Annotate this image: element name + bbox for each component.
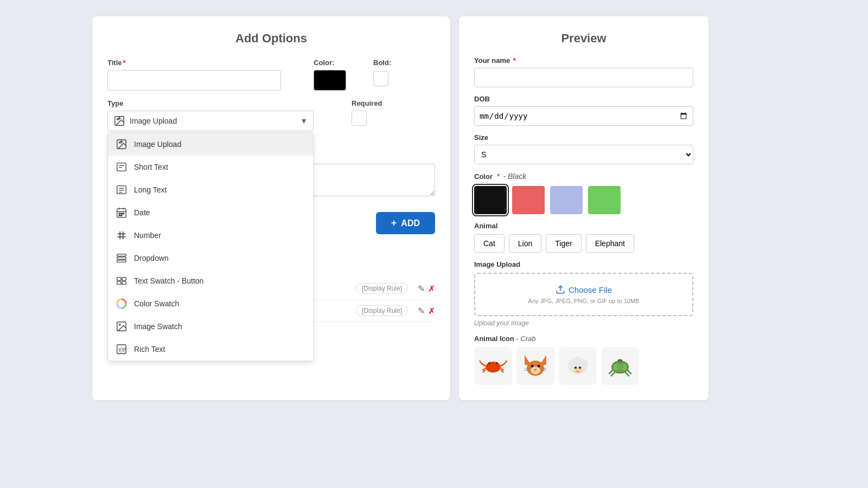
svg-rect-28 [122,278,126,280]
svg-rect-25 [117,257,126,259]
color-swatch-icon [116,298,127,310]
bold-checkbox[interactable] [373,71,388,86]
animal-btn-cat[interactable]: Cat [474,234,505,253]
svg-point-57 [534,369,537,371]
svg-point-33 [119,324,120,325]
short-text-icon [116,161,127,173]
dropdown-label-image-swatch: Image Swatch [134,322,182,331]
image-upload-icon [113,115,125,127]
type-dropdown-menu: Image Upload Short Text [107,132,314,361]
animal-icon-fox[interactable] [516,347,554,385]
title-input[interactable] [107,70,281,91]
main-container: Add Options Title* Color: Bold: Type [92,16,776,400]
dropdown-item-date[interactable]: Date [108,201,313,224]
color-swatch-red[interactable] [512,186,545,214]
image-upload-section-label: Image Upload [474,260,693,268]
svg-rect-17 [123,213,124,214]
crab-svg [477,350,509,382]
animal-icon-crab[interactable] [474,347,512,385]
svg-rect-19 [121,215,122,216]
svg-rect-27 [117,278,121,280]
animal-btn-elephant[interactable]: Elephant [586,234,634,253]
animal-btn-lion[interactable]: Lion [509,234,541,253]
fox-svg [519,350,552,382]
svg-point-63 [567,360,575,368]
svg-rect-30 [122,281,126,285]
type-label: Type [107,99,314,107]
delete-button-image-upload[interactable]: ✗ [428,306,435,316]
edit-button-image-upload[interactable]: ✎ [418,306,425,316]
your-name-input[interactable] [474,68,693,87]
svg-rect-4 [117,163,126,171]
dropdown-label-text-swatch: Text Swatch - Button [134,277,203,285]
type-dropdown-trigger[interactable]: Image Upload ▼ [107,111,314,131]
upload-icon [556,285,565,294]
type-dropdown-selected: Image Upload [130,117,177,125]
add-button-label: ADD [401,219,420,228]
size-select[interactable]: S M L XL [474,145,693,164]
svg-line-85 [628,370,631,374]
add-plus-icon: + [391,217,397,229]
dropdown-item-short-text[interactable]: Short Text [108,156,313,178]
text-swatch-icon [116,275,127,287]
sheep-svg [561,350,594,382]
svg-line-46 [505,361,507,363]
delete-button-animal[interactable]: ✗ [428,284,435,294]
animal-icon-sheep[interactable] [559,347,597,385]
color-swatch-blue[interactable] [550,186,583,214]
required-checkbox[interactable] [352,111,367,126]
dropdown-item-number[interactable]: Number [108,224,313,247]
animal-btn-tiger[interactable]: Tiger [546,234,581,253]
color-label-row: Color * - Black [474,172,693,181]
preview-title: Preview [474,31,693,46]
svg-point-65 [574,357,582,364]
your-name-label: Your name * [474,56,693,65]
svg-point-55 [531,365,534,368]
svg-rect-29 [117,281,121,285]
dob-input[interactable] [474,106,693,126]
image-upload-menu-icon [116,138,127,150]
dropdown-item-image-swatch[interactable]: Image Swatch [108,315,313,338]
color-required-star: * [497,172,500,181]
color-swatch-box[interactable] [314,70,346,91]
color-swatch-black[interactable] [474,186,507,214]
required-group: Required [352,99,382,126]
dropdown-label-short-text: Short Text [134,163,168,171]
add-button[interactable]: + ADD [376,212,435,234]
choose-file-button[interactable]: Choose File [556,285,612,294]
svg-line-83 [609,370,612,374]
edit-button-animal[interactable]: ✎ [418,284,425,294]
svg-point-80 [617,359,623,363]
display-rule-badge-animal: [Display Rule] [356,283,408,294]
dropdown-item-long-text[interactable]: Long Text [108,178,313,201]
type-group: Type Image Upload ▼ [107,99,314,131]
svg-point-64 [580,360,588,368]
left-panel: Add Options Title* Color: Bold: Type [92,16,450,400]
display-rule-badge-image-upload: [Display Rule] [356,305,408,316]
color-label: Color: [314,59,346,67]
svg-point-42 [496,363,498,364]
rich-text-icon: HTM </> [116,343,127,355]
image-upload-box: Choose File Any JPG, JPEG, PNG, or GIF u… [474,273,693,316]
title-label: Title* [107,59,281,67]
svg-rect-16 [121,213,122,214]
color-swatch-green[interactable] [588,186,621,214]
bold-label: Bold: [373,59,391,67]
svg-point-67 [575,367,577,369]
type-dropdown-container: Image Upload ▼ Im [107,111,314,131]
svg-point-41 [489,363,490,364]
dropdown-item-text-swatch[interactable]: Text Swatch - Button [108,269,313,292]
animal-icon-turtle[interactable] [601,347,639,385]
animal-buttons: Cat Lion Tiger Elephant [474,234,693,253]
svg-point-38 [486,362,501,373]
animal-icon-subtitle: - Crab [516,335,535,343]
dropdown-item-rich-text[interactable]: HTM </> Rich Text [108,338,313,361]
dropdown-label-rich-text: Rich Text [134,345,165,354]
animal-icon-label: Animal Icon - Crab [474,335,693,343]
right-panel: Preview Your name * DOB Size S M L XL Co… [459,16,709,400]
dropdown-item-image-upload[interactable]: Image Upload [108,133,313,156]
dropdown-item-color-swatch[interactable]: Color Swatch [108,292,313,315]
svg-point-68 [579,367,581,369]
dropdown-item-dropdown[interactable]: Dropdown [108,247,313,269]
svg-line-84 [611,373,615,376]
